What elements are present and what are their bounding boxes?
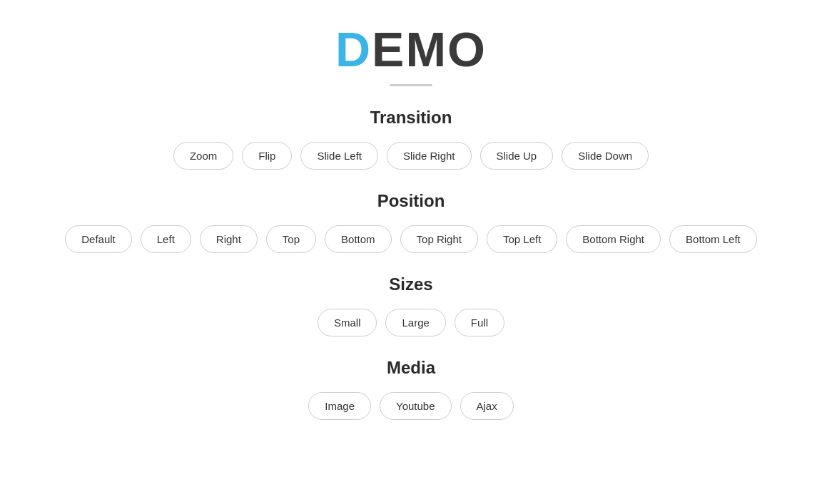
section-title-position: Position [377,191,445,211]
section-media: MediaImageYoutubeAjax [14,358,808,420]
btn-transition-zoom[interactable]: Zoom [173,142,233,170]
section-title-transition: Transition [370,108,452,128]
section-sizes: SizesSmallLargeFull [14,274,808,336]
btn-position-right[interactable]: Right [200,225,258,253]
btn-position-bottom-right[interactable]: Bottom Right [566,225,661,253]
btn-position-bottom[interactable]: Bottom [325,225,392,253]
btn-sizes-large[interactable]: Large [385,309,445,336]
button-group-sizes: SmallLargeFull [318,309,504,336]
btn-transition-slide-up[interactable]: Slide Up [480,142,554,170]
btn-position-top-left[interactable]: Top Left [487,225,557,253]
sections-container: TransitionZoomFlipSlide LeftSlide RightS… [14,108,808,441]
btn-position-left[interactable]: Left [141,225,191,253]
btn-transition-flip[interactable]: Flip [242,142,292,170]
title-rest: EMO [372,22,487,76]
btn-sizes-small[interactable]: Small [318,309,377,336]
section-title-sizes: Sizes [389,274,432,294]
btn-transition-slide-right[interactable]: Slide Right [387,142,472,170]
btn-transition-slide-down[interactable]: Slide Down [562,142,649,170]
title-accent: D [335,22,372,76]
btn-position-default[interactable]: Default [65,225,132,253]
button-group-transition: ZoomFlipSlide LeftSlide RightSlide UpSli… [173,142,649,170]
btn-position-bottom-left[interactable]: Bottom Left [669,225,757,253]
button-group-media: ImageYoutubeAjax [308,392,513,420]
page-title: DEMO [335,21,487,77]
btn-transition-slide-left[interactable]: Slide Left [300,142,378,170]
btn-position-top-right[interactable]: Top Right [400,225,478,253]
btn-media-ajax[interactable]: Ajax [460,392,514,420]
title-divider [390,84,432,86]
btn-sizes-full[interactable]: Full [455,309,504,336]
section-transition: TransitionZoomFlipSlide LeftSlide RightS… [14,108,808,170]
section-position: PositionDefaultLeftRightTopBottomTop Rig… [14,191,808,253]
btn-media-image[interactable]: Image [308,392,371,420]
section-title-media: Media [387,358,435,378]
btn-media-youtube[interactable]: Youtube [380,392,452,420]
btn-position-top[interactable]: Top [266,225,316,253]
button-group-position: DefaultLeftRightTopBottomTop RightTop Le… [65,225,757,253]
